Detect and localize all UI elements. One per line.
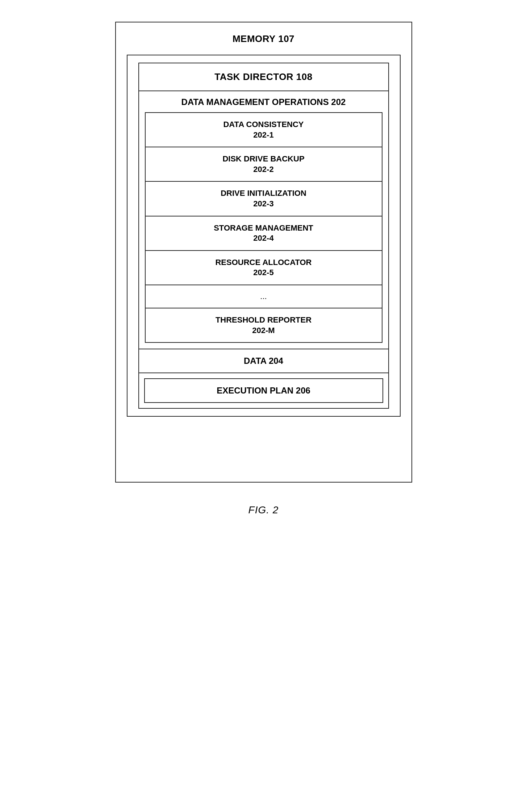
data-mgmt-section: DATA MANAGEMENT OPERATIONS 202 DATA CONS… (138, 91, 389, 349)
task-director-box: TASK DIRECTOR 108 (138, 63, 389, 91)
data-box: DATA 204 (138, 349, 389, 373)
list-item-ellipsis: ... (146, 285, 382, 308)
diagram-container: MEMORY 107 TASK DIRECTOR 108 DATA MANAGE… (0, 0, 527, 516)
sub-item-line2: 202-2 (253, 165, 273, 174)
list-item: DRIVE INITIALIZATION 202-3 (146, 182, 382, 216)
sub-item-line1: DATA CONSISTENCY (223, 120, 304, 129)
list-item: RESOURCE ALLOCATOR 202-5 (146, 251, 382, 285)
sub-item-line1: THRESHOLD REPORTER (216, 315, 311, 324)
sub-item-line1: DISK DRIVE BACKUP (222, 154, 304, 163)
list-item: THRESHOLD REPORTER 202-M (146, 308, 382, 342)
sub-item-line2: 202-M (252, 326, 275, 335)
ellipsis-text: ... (260, 292, 267, 301)
sub-item-line2: 202-3 (253, 199, 273, 208)
sub-item-line1: DRIVE INITIALIZATION (221, 189, 306, 198)
execution-plan-wrapper: EXECUTION PLAN 206 (138, 373, 389, 409)
list-item: DATA CONSISTENCY 202-1 (146, 113, 382, 147)
list-item: DISK DRIVE BACKUP 202-2 (146, 147, 382, 182)
sub-item-line2: 202-4 (253, 233, 273, 243)
execution-plan-box: EXECUTION PLAN 206 (144, 378, 383, 403)
sub-items-box: DATA CONSISTENCY 202-1 DISK DRIVE BACKUP… (145, 112, 382, 343)
list-item: STORAGE MANAGEMENT 202-4 (146, 216, 382, 251)
sub-item-line1: STORAGE MANAGEMENT (214, 223, 313, 232)
task-director-label: TASK DIRECTOR 108 (214, 71, 312, 82)
inner-box: TASK DIRECTOR 108 DATA MANAGEMENT OPERAT… (127, 55, 401, 417)
sub-item-line2: 202-1 (253, 130, 273, 139)
memory-label: MEMORY 107 (127, 33, 401, 45)
fig-label: FIG. 2 (248, 504, 279, 516)
data-mgmt-header: DATA MANAGEMENT OPERATIONS 202 (145, 97, 382, 107)
memory-box: MEMORY 107 TASK DIRECTOR 108 DATA MANAGE… (115, 22, 412, 483)
sub-item-line2: 202-5 (253, 268, 273, 277)
sub-item-line1: RESOURCE ALLOCATOR (215, 258, 311, 267)
